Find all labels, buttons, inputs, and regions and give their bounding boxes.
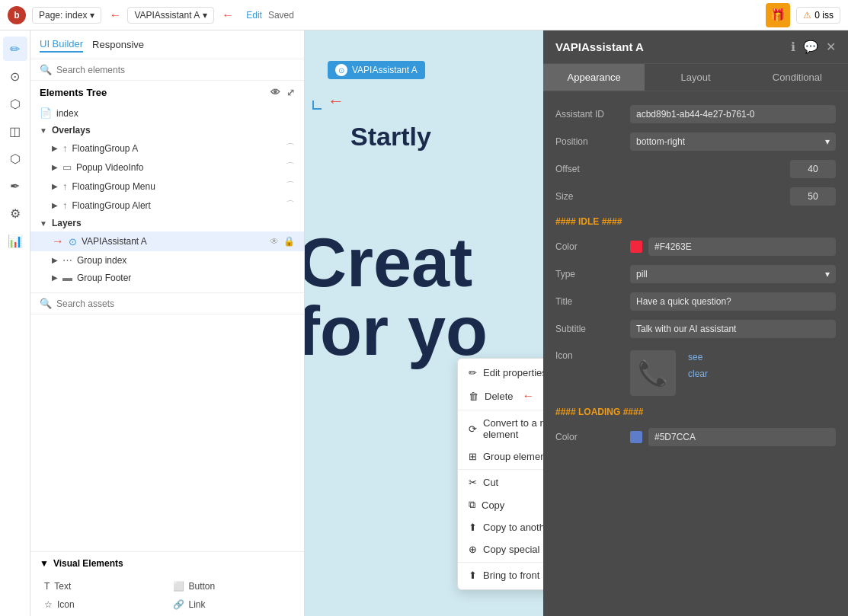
toggle-overlays: ▼ (40, 126, 47, 135)
gift-button[interactable]: 🎁 (766, 3, 790, 27)
tree-item-layers[interactable]: ▼ Layers (30, 215, 304, 231)
ctx-delete[interactable]: 🗑 Delete ← delete (458, 384, 543, 408)
visual-elements-title[interactable]: ▼ Visual Elements (30, 552, 304, 575)
settings-icon[interactable]: ⚙ (3, 201, 27, 225)
ve-icon[interactable]: ☆ Icon (40, 596, 167, 613)
tree-item-floating-a[interactable]: ▶ ↑ FloatingGroup A ⌒ (30, 139, 304, 158)
tree-item-vapi[interactable]: → ⊙ VAPIAssistant A 👁 🔒 (30, 231, 304, 251)
elements-tree-title: Elements Tree (40, 87, 107, 98)
tree-item-overlays[interactable]: ▼ Overlays (30, 122, 304, 139)
close-icon[interactable]: ✕ (826, 40, 836, 54)
canvas-element-tag[interactable]: ⊙ VAPIAssistant A (328, 61, 425, 79)
ctx-copy[interactable]: ⧉ Copy Ctrl + C (458, 493, 543, 516)
ui-builder-icon[interactable]: ✏ (3, 37, 27, 61)
color-row (630, 238, 836, 256)
eye-popup-icon[interactable]: ⌒ (286, 161, 295, 174)
expand-icon[interactable]: ⤢ (286, 87, 295, 98)
tab-appearance[interactable]: Appearance (543, 64, 645, 91)
issues-button[interactable]: ⚠ 0 iss (796, 7, 840, 24)
ctx-copy-another-app[interactable]: ⬆ Copy to another app (458, 516, 543, 538)
tab-responsive[interactable]: Responsive (92, 37, 144, 52)
delete-icon: 🗑 (469, 391, 478, 402)
element-arrow: ← (222, 8, 234, 22)
eye-fa2-icon[interactable]: ⌒ (286, 199, 295, 212)
ctx-cut[interactable]: ✂ Cut Ctrl + X (458, 471, 543, 493)
ctx-bring-to-front[interactable]: ⬆ Bring to front (458, 564, 543, 586)
icon-clear-button[interactable]: clear (688, 367, 708, 381)
ve-button[interactable]: ⬜ Button (168, 578, 296, 595)
color-swatch[interactable] (630, 241, 642, 253)
ve-link[interactable]: 🔗 Link (168, 596, 296, 613)
loading-color-swatch[interactable] (630, 431, 642, 443)
prop-subtitle: Subtitle (543, 315, 848, 343)
ctx-edit-properties[interactable]: ✏ Edit properties (458, 362, 543, 384)
db-icon[interactable]: ◫ (3, 119, 27, 143)
right-panel-header: VAPIAssistant A ℹ 💬 ✕ (543, 30, 848, 64)
search-input[interactable] (56, 65, 295, 75)
search-assets-input[interactable] (56, 298, 295, 309)
ve-text[interactable]: T Text (40, 578, 167, 595)
eye-icon[interactable]: 👁 (270, 87, 280, 98)
size-input[interactable] (790, 187, 836, 206)
icon-actions: see clear (688, 350, 708, 381)
tree-item-group-footer[interactable]: ▶ ▬ Group Footer (30, 269, 304, 286)
element-selector[interactable]: VAPIAssistant A ▾ (127, 7, 214, 24)
prop-type: Type pill ▾ (543, 260, 848, 288)
front-icon: ⬆ (469, 570, 477, 581)
loading-color-input[interactable] (648, 428, 836, 446)
tab-ui-builder[interactable]: UI Builder (40, 37, 83, 53)
tree-item-floating-alert[interactable]: ▶ ↑ FloatingGroup Alert ⌒ (30, 196, 304, 215)
position-select[interactable]: bottom-right ▾ (630, 132, 836, 151)
tab-conditional[interactable]: Conditional (747, 64, 848, 91)
tree-item-popup[interactable]: ▶ ▭ Popup VideoInfo ⌒ (30, 158, 304, 177)
type-select[interactable]: pill ▾ (630, 265, 836, 283)
offset-label: Offset (555, 164, 624, 174)
color-input[interactable] (648, 238, 836, 256)
assistant-id-input[interactable] (630, 105, 836, 123)
page-selector[interactable]: Page: index ▾ (32, 7, 101, 24)
toggle-fm: ▶ (52, 182, 58, 190)
chart-icon[interactable]: 📊 (3, 228, 27, 253)
tree-item-index[interactable]: 📄 index (30, 104, 304, 122)
offset-input[interactable] (790, 160, 836, 178)
toggle-layers: ▼ (40, 219, 47, 228)
position-label: Position (555, 136, 624, 147)
floating-menu-icon: ↑ (62, 180, 68, 192)
popup-icon: ▭ (62, 161, 72, 173)
pen-icon[interactable]: ✒ (3, 174, 27, 198)
tree-item-floating-menu[interactable]: ▶ ↑ FloatingGroup Menu ⌒ (30, 177, 304, 196)
eye-fa-icon[interactable]: ⌒ (286, 142, 295, 155)
workflow-icon[interactable]: ⬡ (3, 91, 27, 116)
vapi-icon: ⊙ (69, 236, 77, 247)
icon-see-button[interactable]: see (688, 350, 708, 364)
logo: b (8, 6, 26, 24)
edit-button[interactable]: Edit (246, 10, 262, 21)
subtitle-input[interactable] (630, 320, 836, 338)
toggle-gf: ▶ (52, 273, 58, 282)
prop-title: Title (543, 288, 848, 315)
group-footer-icon: ▬ (62, 272, 72, 283)
tab-layout[interactable]: Layout (645, 64, 746, 91)
element-tag-icon: ⊙ (335, 64, 347, 76)
fa-actions: ⌒ (286, 142, 295, 155)
data-icon[interactable]: ⊙ (3, 64, 27, 88)
ctx-convert-reusable[interactable]: ⟳ Convert to a reusable element (458, 412, 543, 445)
saved-status: Saved (268, 10, 294, 21)
comment-icon[interactable]: 💬 (803, 40, 818, 54)
phone-icon: 📞 (638, 359, 668, 388)
ctx-copy-special[interactable]: ⊕ Copy special ▶ (458, 538, 543, 560)
tree-item-group-index[interactable]: ▶ ⋯ Group index (30, 251, 304, 269)
eye-vapi-icon[interactable]: 👁 (270, 236, 279, 247)
left-panel: UI Builder Responsive 🔍 Elements Tree 👁 … (30, 30, 305, 616)
loading-section: #### LOADING #### (543, 401, 848, 423)
eye-fm-icon[interactable]: ⌒ (286, 180, 295, 193)
info-icon[interactable]: ℹ (791, 40, 795, 54)
floating-alert-icon: ↑ (62, 199, 68, 211)
ctx-group-elements[interactable]: ⊞ Group elements in ▶ (458, 445, 543, 468)
lock-vapi-icon[interactable]: 🔒 (283, 236, 295, 247)
api-icon[interactable]: ⬡ (3, 146, 27, 171)
icon-icon: ☆ (44, 599, 53, 610)
prop-loading-color: Color (543, 423, 848, 451)
ctx-divider-1 (458, 410, 543, 410)
title-input[interactable] (630, 292, 836, 311)
